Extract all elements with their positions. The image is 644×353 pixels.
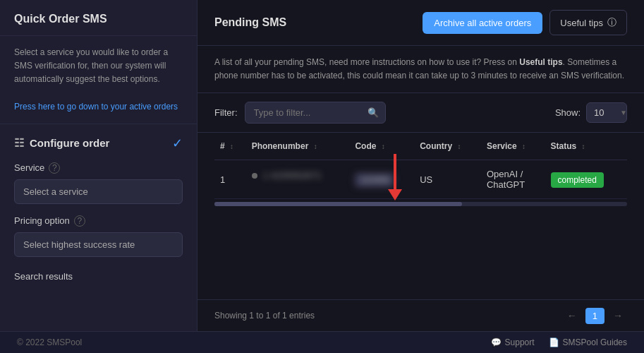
header-buttons: Archive all active orders Useful tips ⓘ — [423, 10, 627, 35]
col-service: Service ↕ — [481, 133, 545, 160]
row-code: 123456 — [349, 160, 414, 199]
sort-icon-country: ↕ — [458, 143, 461, 150]
sort-icon-status: ↕ — [582, 143, 585, 150]
phone-number-value: 1 4155552671 — [263, 170, 322, 181]
sidebar-desc-text: Select a service you would like to order… — [14, 47, 168, 84]
table-head: # ↕ Phonenumber ↕ Code ↕ Country ↕ Servi… — [214, 133, 627, 160]
table-header-row: # ↕ Phonenumber ↕ Code ↕ Country ↕ Servi… — [214, 133, 627, 160]
filter-left: Filter: 🔍 — [214, 102, 386, 124]
col-status: Status ↕ — [545, 133, 628, 160]
guides-link[interactable]: 📄 SMSPool Guides — [549, 337, 627, 347]
check-circle-icon: ✓ — [172, 136, 183, 151]
info-text: A list of all your pending SMS, need mor… — [198, 46, 644, 93]
show-label: Show: — [555, 107, 581, 118]
col-code: Code ↕ — [349, 133, 414, 160]
guides-icon: 📄 — [549, 337, 559, 347]
search-icon: 🔍 — [367, 107, 379, 118]
pricing-select[interactable]: Select highest success rate — [14, 232, 183, 257]
table-wrap: # ↕ Phonenumber ↕ Code ↕ Country ↕ Servi… — [198, 133, 644, 299]
useful-tips-bold: Useful tips — [519, 57, 562, 67]
code-value: 123456 — [355, 173, 394, 187]
sort-icon-num: ↕ — [230, 143, 233, 150]
configure-header: ☷ Configure order ✓ — [14, 136, 183, 151]
table-row: 1 1 4155552671 123456 US OpenAI /ChatGPT… — [214, 160, 627, 199]
pricing-field-label: Pricing option ? — [14, 215, 183, 227]
useful-tips-button[interactable]: Useful tips ⓘ — [549, 10, 627, 35]
support-icon: 💬 — [491, 337, 502, 347]
table-footer: Showing 1 to 1 of 1 entries ← 1 → — [198, 299, 644, 331]
sort-icon-service: ↕ — [522, 143, 525, 150]
document-icon: ☷ — [14, 136, 24, 150]
useful-tips-label: Useful tips — [560, 18, 603, 28]
status-dot-icon — [252, 173, 257, 179]
right-panel: Pending SMS Archive all active orders Us… — [198, 0, 644, 331]
question-icon: ⓘ — [607, 16, 616, 29]
service-label-text: Service — [14, 162, 44, 173]
page-1-button[interactable]: 1 — [585, 308, 604, 324]
row-phone: 1 4155552671 — [246, 160, 350, 189]
row-num: 1 — [214, 160, 246, 199]
col-country: Country ↕ — [414, 133, 481, 160]
archive-button[interactable]: Archive all active orders — [423, 12, 542, 34]
support-label: Support — [505, 337, 535, 347]
filter-input-wrap: 🔍 — [245, 102, 386, 124]
service-field-label: Service ? — [14, 162, 183, 174]
service-help-icon[interactable]: ? — [49, 162, 60, 174]
support-link[interactable]: 💬 Support — [491, 337, 535, 347]
active-orders-link[interactable]: Press here to go down to your active ord… — [14, 102, 178, 112]
search-results-label: Search results — [14, 271, 183, 282]
col-num: # ↕ — [214, 133, 246, 160]
prev-page-button[interactable]: ← — [563, 307, 581, 324]
pricing-help-icon[interactable]: ? — [74, 215, 85, 227]
next-page-button[interactable]: → — [609, 307, 627, 324]
configure-title: Configure order — [30, 137, 109, 149]
sidebar-description: Select a service you would like to order… — [0, 36, 197, 124]
status-badge: completed — [551, 172, 604, 188]
sidebar-header: Quick Order SMS — [0, 0, 197, 36]
show-right: Show: 10 25 50 100 ▼ — [555, 102, 627, 123]
filter-label: Filter: — [214, 107, 238, 118]
show-select[interactable]: 10 25 50 100 — [586, 102, 627, 123]
service-select[interactable]: Select a service — [14, 179, 183, 204]
sidebar: Quick Order SMS Select a service you wou… — [0, 0, 198, 331]
copyright-text: © 2022 SMSPool — [17, 337, 82, 347]
row-country: US — [414, 160, 481, 199]
configure-section: ☷ Configure order ✓ Service ? Select a s… — [0, 124, 197, 331]
filter-input[interactable] — [245, 102, 386, 124]
sort-icon-phone: ↕ — [314, 143, 317, 150]
info-text-part1: A list of all your pending SMS, need mor… — [214, 57, 519, 67]
configure-header-left: ☷ Configure order — [14, 136, 109, 150]
pagination: ← 1 → — [563, 307, 627, 324]
right-header: Pending SMS Archive all active orders Us… — [198, 0, 644, 46]
scrollbar-thumb — [214, 202, 462, 206]
app-footer: © 2022 SMSPool 💬 Support 📄 SMSPool Guide… — [0, 331, 644, 353]
horizontal-scrollbar[interactable] — [214, 202, 627, 206]
showing-text: Showing 1 to 1 of 1 entries — [214, 311, 315, 321]
filter-bar: Filter: 🔍 Show: 10 25 50 100 ▼ — [198, 93, 644, 133]
table-body: 1 1 4155552671 123456 US OpenAI /ChatGPT… — [214, 160, 627, 199]
sms-table: # ↕ Phonenumber ↕ Code ↕ Country ↕ Servi… — [214, 133, 627, 199]
row-service: OpenAI /ChatGPT — [481, 160, 545, 199]
col-phone: Phonenumber ↕ — [246, 133, 350, 160]
sidebar-title: Quick Order SMS — [14, 13, 183, 25]
pricing-label-text: Pricing option — [14, 215, 70, 226]
pending-sms-title: Pending SMS — [214, 16, 286, 29]
guides-label: SMSPool Guides — [563, 337, 627, 347]
footer-right: 💬 Support 📄 SMSPool Guides — [491, 337, 627, 347]
row-status: completed — [545, 160, 628, 199]
sort-icon-code: ↕ — [382, 143, 385, 150]
